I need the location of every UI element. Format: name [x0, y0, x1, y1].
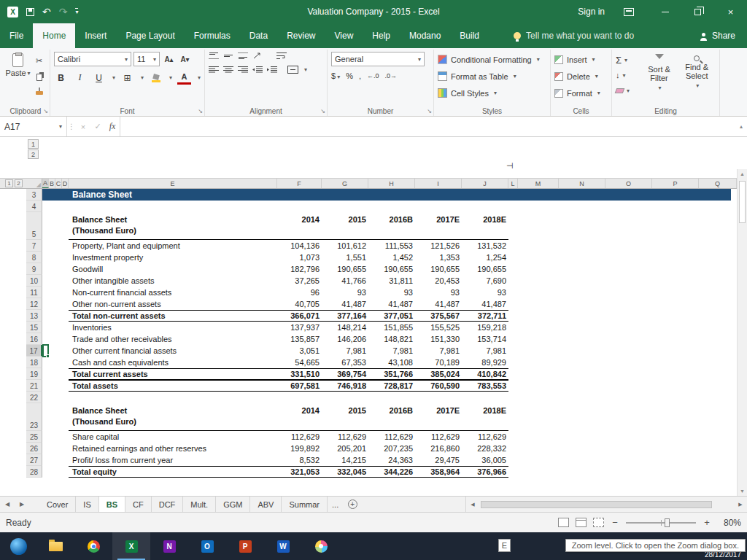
tab-file[interactable]: File — [0, 23, 33, 48]
cell-value[interactable]: 112,629 — [322, 432, 368, 441]
cell-value[interactable]: 332,045 — [322, 467, 368, 476]
cell-value[interactable]: 70,189 — [415, 358, 462, 367]
tab-home[interactable]: Home — [33, 23, 75, 48]
active-cell-A17[interactable] — [42, 344, 49, 357]
bottom-align-button[interactable] — [238, 52, 248, 60]
cell-value[interactable]: 112,629 — [462, 432, 508, 441]
vertical-scrollbar[interactable]: ▲ ▼ — [737, 169, 747, 496]
sheet-tab-mult[interactable]: Mult. — [183, 497, 216, 512]
middle-align-button[interactable] — [223, 52, 233, 60]
column-header-H[interactable]: H — [368, 179, 415, 188]
row-header-15[interactable]: 15 — [26, 322, 42, 333]
column-header-M[interactable]: M — [518, 179, 559, 188]
prev-sheet-button[interactable]: ◀ — [0, 497, 15, 512]
increase-decimal-button[interactable]: ←.0 — [367, 72, 379, 79]
borders-options-arrow[interactable]: ▾ — [141, 74, 144, 81]
borders-button[interactable]: ⊞ — [120, 71, 134, 85]
cell-value[interactable]: 1,551 — [322, 253, 368, 262]
vertical-scroll-thumb[interactable] — [739, 181, 746, 223]
cell-value[interactable]: 151,855 — [368, 323, 415, 332]
column-header-O[interactable]: O — [605, 179, 652, 188]
font-dialog-launcher[interactable]: ↘ — [198, 109, 203, 114]
column-header-P[interactable]: P — [652, 179, 699, 188]
word-taskbar-button[interactable]: W — [264, 532, 302, 560]
horizontal-scroll-track[interactable] — [479, 500, 734, 509]
cell-value[interactable]: 31,811 — [368, 276, 415, 285]
zoom-slider-thumb[interactable] — [665, 518, 670, 527]
scroll-down-icon[interactable]: ▼ — [740, 489, 745, 494]
cell-value[interactable]: 41,487 — [368, 300, 415, 308]
row-header-2[interactable]: 2 — [28, 149, 39, 159]
row-header-21[interactable]: 21 — [26, 380, 42, 392]
page-break-preview-button[interactable] — [593, 518, 604, 527]
cell-value[interactable]: 24,363 — [368, 456, 415, 464]
row-header-19[interactable]: 19 — [26, 368, 42, 380]
cell-value[interactable]: 41,487 — [462, 300, 508, 308]
cancel-entry-button[interactable]: × — [76, 117, 90, 136]
cell-value[interactable]: 153,714 — [462, 335, 508, 343]
cell-value[interactable]: 376,966 — [462, 467, 508, 476]
format-cells-button[interactable]: Format▾ — [554, 85, 608, 101]
paint-taskbar-button[interactable] — [302, 532, 340, 560]
percent-style-button[interactable]: % — [346, 71, 353, 80]
tab-data[interactable]: Data — [240, 23, 277, 48]
number-format-select[interactable]: General▾ — [331, 52, 425, 66]
cell-value[interactable]: 344,226 — [368, 467, 415, 476]
row-header-10[interactable]: 10 — [26, 275, 42, 287]
tab-build[interactable]: Build — [450, 23, 489, 48]
zoom-slider[interactable] — [626, 522, 696, 524]
clipboard-dialog-launcher[interactable]: ↘ — [43, 109, 48, 114]
merge-center-arrow[interactable]: ▾ — [304, 66, 307, 73]
find-select-button[interactable]: Find & Select ▾ — [678, 52, 716, 104]
row-header-8[interactable]: 8 — [26, 252, 42, 263]
row-header-7[interactable]: 7 — [26, 240, 42, 252]
cell-value[interactable]: 190,655 — [322, 265, 368, 273]
row-header-12[interactable]: 12 — [26, 298, 42, 310]
autosum-button[interactable]: Σ▾ — [616, 53, 640, 66]
format-as-table-button[interactable]: Format as Table▾ — [438, 69, 546, 84]
cell-styles-button[interactable]: Cell Styles▾ — [438, 85, 546, 101]
cell-value[interactable]: 131,532 — [462, 241, 508, 250]
align-right-button[interactable] — [238, 66, 248, 74]
cell-value[interactable]: 121,526 — [415, 241, 462, 250]
scroll-right-icon[interactable]: ▶ — [735, 502, 746, 508]
cell-value[interactable]: 190,655 — [415, 265, 462, 273]
outlook-taskbar-button[interactable]: O — [188, 532, 226, 560]
sheet-tab-cover[interactable]: Cover — [39, 497, 76, 512]
clear-button[interactable]: ▾ — [616, 84, 640, 97]
sort-filter-button[interactable]: Sort & Filter ▾ — [640, 52, 678, 104]
tab-modano[interactable]: Modano — [400, 23, 450, 48]
horizontal-scroll-thumb[interactable] — [481, 501, 712, 508]
column-header-Q[interactable]: Q — [699, 179, 737, 188]
format-painter-button[interactable] — [32, 86, 46, 100]
row-header-9[interactable]: 9 — [26, 263, 42, 275]
grow-font-button[interactable]: A▴ — [162, 52, 176, 66]
alignment-dialog-launcher[interactable]: ↘ — [320, 109, 325, 114]
name-box-resizer[interactable]: ⋮ — [67, 117, 76, 136]
cell-value[interactable]: 93 — [322, 288, 368, 297]
row-header-23[interactable]: 23 — [26, 403, 42, 431]
cell-value[interactable]: 321,053 — [277, 467, 322, 476]
number-dialog-launcher[interactable]: ↘ — [427, 109, 432, 114]
fill-color-button[interactable] — [149, 71, 163, 85]
column-header-D[interactable]: D — [62, 179, 69, 188]
align-center-button[interactable] — [223, 66, 233, 74]
cell-value[interactable]: 104,136 — [277, 241, 322, 250]
scroll-left-icon[interactable]: ◀ — [468, 502, 478, 508]
redo-button[interactable]: ↷ — [59, 7, 68, 17]
cell-value[interactable]: 1,073 — [277, 253, 322, 262]
cell-value[interactable]: 54,665 — [277, 358, 322, 367]
column-header-J[interactable]: J — [462, 179, 508, 188]
share-button[interactable]: Share — [689, 23, 747, 48]
cell-value[interactable]: 1,254 — [462, 253, 508, 262]
tab-formulas[interactable]: Formulas — [185, 23, 240, 48]
accounting-format-button[interactable]: $▾ — [331, 71, 340, 80]
undo-button[interactable]: ↶ — [42, 7, 51, 17]
wrap-text-button[interactable] — [276, 52, 287, 60]
sheet-tab-summar[interactable]: Summar — [282, 497, 328, 512]
tab-view[interactable]: View — [325, 23, 363, 48]
cell-value[interactable]: 228,332 — [462, 444, 508, 453]
row-header-13[interactable]: 13 — [26, 310, 42, 322]
cell-value[interactable]: 366,071 — [277, 311, 322, 320]
next-sheet-button[interactable]: ▶ — [15, 497, 29, 512]
